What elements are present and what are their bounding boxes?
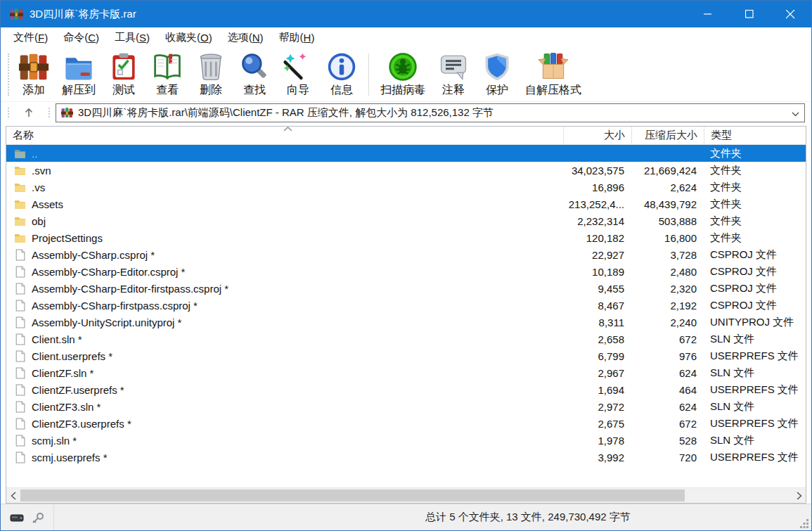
file-name-cell: Client.userprefs * bbox=[6, 350, 563, 362]
status-bar: 总计 5 个文件夹, 13 文件, 249,730,492 字节 bbox=[1, 504, 811, 530]
protect-button[interactable]: 保护 bbox=[475, 50, 519, 99]
file-size: 213,252,4... bbox=[563, 198, 631, 210]
resize-grip[interactable] bbox=[800, 519, 809, 528]
menu-bar: 文件(F)命令(C)工具(S)收藏夹(O)选项(N)帮助(H) bbox=[1, 27, 811, 48]
table-row[interactable]: .vs16,8962,624文件夹 bbox=[6, 179, 806, 196]
file-name-cell: Assembly-CSharp.csproj * bbox=[6, 249, 563, 261]
table-row[interactable]: ClientZF.sln *2,967624SLN 文件 bbox=[6, 364, 806, 381]
file-type: 文件夹 bbox=[704, 164, 806, 177]
toolbar-label: 解压到 bbox=[62, 83, 96, 98]
file-name: Assembly-CSharp-Editor-firstpass.csproj … bbox=[32, 283, 228, 295]
folder-icon bbox=[14, 215, 26, 227]
address-combobox[interactable]: 3D四川麻`将房卡版.rar\前端源码\ClientZF - RAR 压缩文件,… bbox=[56, 103, 805, 122]
file-name: Client.userprefs * bbox=[32, 350, 112, 362]
table-row[interactable]: Assembly-CSharp-Editor-firstpass.csproj … bbox=[6, 280, 806, 297]
archive-path: 3D四川麻`将房卡版.rar\前端源码\ClientZF - RAR 压缩文件,… bbox=[78, 106, 494, 120]
minimize-button[interactable] bbox=[687, 1, 728, 27]
file-size: 3,992 bbox=[563, 452, 631, 463]
close-button[interactable] bbox=[770, 1, 811, 27]
horizontal-scrollbar[interactable] bbox=[6, 487, 806, 503]
toolbar-gripper[interactable] bbox=[8, 53, 9, 96]
comment-button[interactable]: 注释 bbox=[432, 50, 475, 99]
column-header-packed[interactable]: 压缩后大小 bbox=[631, 127, 704, 144]
test-button[interactable]: 测试 bbox=[102, 50, 146, 99]
file-name-cell: .. bbox=[6, 148, 563, 160]
packed-size: 2,480 bbox=[631, 266, 704, 278]
column-header-type[interactable]: 类型 bbox=[704, 127, 806, 144]
packed-size: 48,439,792 bbox=[631, 198, 704, 210]
packed-size: 464 bbox=[631, 384, 704, 396]
file-size: 6,799 bbox=[563, 350, 631, 362]
info-button[interactable]: 信息 bbox=[320, 50, 363, 99]
wizard-button[interactable]: 向导 bbox=[276, 50, 320, 99]
extract-to-button[interactable]: 解压到 bbox=[56, 50, 102, 99]
file-icon bbox=[14, 333, 26, 345]
toolbar-label: 信息 bbox=[330, 83, 353, 98]
file-size: 1,978 bbox=[563, 435, 631, 447]
scroll-left-icon[interactable] bbox=[6, 488, 20, 503]
table-row[interactable]: scmj.userprefs *3,992720USERPREFS 文件 bbox=[6, 449, 806, 466]
address-gripper[interactable] bbox=[8, 108, 9, 117]
file-icon bbox=[14, 350, 26, 362]
table-row[interactable]: Assembly-CSharp-Editor.csproj *10,1892,4… bbox=[6, 263, 806, 280]
table-row[interactable]: Client.sln *2,658672SLN 文件 bbox=[6, 331, 806, 347]
menu-item-help[interactable]: 帮助(H) bbox=[271, 27, 323, 48]
view-button[interactable]: 查看 bbox=[146, 50, 189, 99]
add-button[interactable]: 添加 bbox=[12, 50, 56, 99]
table-row[interactable]: Client.userprefs *6,799976USERPREFS 文件 bbox=[6, 347, 806, 364]
file-type: SLN 文件 bbox=[704, 434, 806, 447]
file-icon bbox=[14, 452, 26, 463]
file-size: 8,467 bbox=[563, 300, 631, 312]
table-row[interactable]: obj2,232,314503,888文件夹 bbox=[6, 212, 806, 229]
file-type: USERPREFS 文件 bbox=[704, 383, 806, 397]
menu-item-file[interactable]: 文件(F) bbox=[6, 27, 56, 48]
address-gripper2[interactable] bbox=[49, 108, 50, 117]
menu-item-options[interactable]: 选项(N) bbox=[220, 27, 271, 48]
table-row[interactable]: ..文件夹 bbox=[6, 145, 806, 162]
file-size: 16,896 bbox=[563, 181, 631, 193]
file-name-cell: .svn bbox=[6, 165, 563, 177]
table-row[interactable]: Assembly-CSharp-firstpass.csproj *8,4672… bbox=[6, 297, 806, 314]
table-row[interactable]: ClientZF.userprefs *1,694464USERPREFS 文件 bbox=[6, 381, 806, 398]
menu-item-commands[interactable]: 命令(C) bbox=[56, 27, 107, 48]
scroll-right-icon[interactable] bbox=[792, 488, 806, 503]
table-row[interactable]: ClientZF3.userprefs *2,675672USERPREFS 文… bbox=[6, 415, 806, 432]
packed-size: 672 bbox=[631, 333, 704, 345]
drive-icon[interactable] bbox=[10, 512, 24, 523]
table-row[interactable]: ProjectSettings120,18216,800文件夹 bbox=[6, 229, 806, 246]
table-row[interactable]: .svn34,023,57521,669,424文件夹 bbox=[6, 162, 806, 179]
up-one-level-button[interactable] bbox=[15, 103, 43, 122]
table-row[interactable]: ClientZF3.sln *2,972624SLN 文件 bbox=[6, 398, 806, 415]
find-button[interactable]: 查找 bbox=[233, 50, 276, 99]
file-size: 2,675 bbox=[563, 418, 631, 430]
packed-size: 720 bbox=[631, 452, 704, 463]
table-row[interactable]: scmj.sln *1,978528SLN 文件 bbox=[6, 432, 806, 449]
table-row[interactable]: Assets213,252,4...48,439,792文件夹 bbox=[6, 196, 806, 212]
file-size: 2,972 bbox=[563, 401, 631, 413]
file-icon bbox=[14, 316, 26, 328]
table-row[interactable]: Assembly-UnityScript.unityproj *8,3112,2… bbox=[6, 314, 806, 331]
file-size: 120,182 bbox=[563, 232, 631, 244]
totals-text: 总计 5 个文件夹, 13 文件, 249,730,492 字节 bbox=[425, 504, 631, 530]
column-header-size[interactable]: 大小 bbox=[563, 127, 631, 144]
menu-item-favorites[interactable]: 收藏夹(O) bbox=[157, 27, 220, 48]
file-type: USERPREFS 文件 bbox=[704, 417, 806, 430]
delete-button[interactable]: 删除 bbox=[189, 50, 233, 99]
scrollbar-thumb[interactable] bbox=[20, 490, 685, 501]
toolbar-label: 注释 bbox=[442, 83, 465, 98]
chevron-down-icon[interactable] bbox=[792, 107, 799, 119]
toolbar-separator bbox=[368, 53, 369, 96]
folder-icon bbox=[14, 165, 26, 177]
table-row[interactable]: Assembly-CSharp.csproj *22,9273,728CSPRO… bbox=[6, 246, 806, 263]
file-size: 1,694 bbox=[563, 384, 631, 396]
file-type: 文件夹 bbox=[704, 147, 806, 160]
packed-size: 503,888 bbox=[631, 215, 704, 227]
scan-virus-button[interactable]: 扫描病毒 bbox=[374, 50, 432, 99]
sfx-button[interactable]: 自解压格式 bbox=[519, 50, 588, 99]
winrar-archive-icon bbox=[61, 107, 73, 119]
maximize-button[interactable] bbox=[728, 1, 770, 27]
menu-item-tools[interactable]: 工具(S) bbox=[107, 27, 157, 48]
key-icon[interactable] bbox=[30, 512, 44, 523]
file-size: 2,232,314 bbox=[563, 215, 631, 227]
file-type: 文件夹 bbox=[704, 231, 806, 245]
